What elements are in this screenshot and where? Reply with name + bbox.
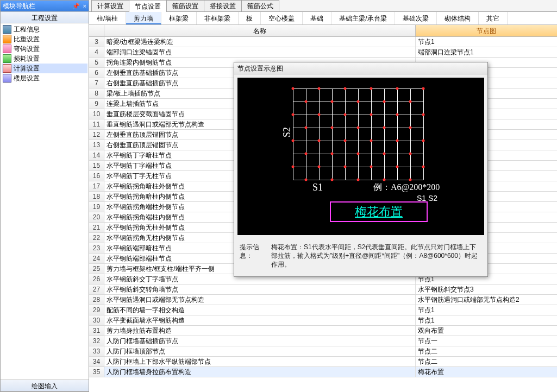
row-name-cell[interactable]: 端部洞口连梁锚固节点 [104,47,416,57]
grid-header-node[interactable]: 节点图 [416,25,557,36]
axis-s2-label: S2 [281,127,293,137]
close-icon[interactable]: × [83,1,86,11]
row-node-cell[interactable]: 水平钢筋斜交节点3 [416,284,557,294]
row-name-cell[interactable]: 水平钢筋遇洞口或端部无节点构造 [104,295,416,305]
row-number: 24 [89,254,104,263]
nav-item-icon [3,54,11,63]
nav-panel-title: 模块导航栏 📌 × [1,1,89,11]
row-name-cell[interactable]: 人防门框墙墙身拉筋布置构造 [104,367,416,377]
popup-title: 节点设置示意图 [234,62,487,74]
row-name-cell[interactable]: 人防门框墙基础插筋节点 [104,336,416,346]
tab-sub-10[interactable]: 其它 [479,12,508,24]
row-node-cell[interactable]: 水平钢筋遇洞口或端部无节点构造2 [416,295,557,305]
row-name-cell[interactable]: 配筋不同的墙一字相交构造 [104,305,416,315]
row-node-cell[interactable]: 节点1 [416,315,557,325]
tab-sub-9[interactable]: 砌体结构 [437,12,479,24]
tab-top-2[interactable]: 箍筋设置 [166,0,204,11]
pin-icon[interactable]: 📌 [72,1,80,11]
row-number: 4 [89,47,104,57]
popup-diagram-canvas: S2 S1 例：A6@200*200 S1 S2 梅花布置 [237,78,484,235]
nav-item-label: 楼层设置 [14,74,40,83]
nav-item-label: 损耗设置 [14,54,40,64]
nav-item-楼层设置[interactable]: 楼层设置 [2,73,87,83]
tab-top-1[interactable]: 节点设置 [129,1,167,12]
axis-s1-label: S1 [312,182,323,193]
tab-sub-0[interactable]: 柱/墙柱 [89,12,126,24]
tab-sub-1[interactable]: 剪力墙 [126,12,161,24]
tab-sub-3[interactable]: 非框架梁 [197,12,239,24]
grid-header: 名称 节点图 [89,25,557,37]
table-row[interactable]: 34人防门框墙上下部水平纵筋端部节点节点二 [89,357,557,367]
nav-item-icon [3,45,11,53]
tab-sub-5[interactable]: 空心楼盖 [261,12,303,24]
row-number: 18 [89,192,104,201]
tab-sub-7[interactable]: 基础主梁/承台梁 [331,12,395,24]
nav-item-计算设置[interactable]: 计算设置 [2,64,87,73]
row-number: 35 [89,367,104,377]
row-node-cell[interactable]: 节点1 [416,37,557,47]
row-name-cell[interactable]: 人防门框墙上下部水平纵筋端部节点 [104,357,416,366]
row-number: 33 [89,346,104,356]
row-number: 27 [89,284,104,294]
tab-top-0[interactable]: 计算设置 [91,0,129,11]
table-row[interactable]: 32人防门框墙基础插筋节点节点一 [89,336,557,346]
nav-item-icon [3,74,11,83]
nav-item-弯钩设置[interactable]: 弯钩设置 [2,44,87,54]
row-name-cell[interactable]: 剪力墙身拉筋布置构造 [104,326,416,336]
tab-top-3[interactable]: 搭接设置 [204,0,242,11]
nav-item-label: 比重设置 [14,35,40,44]
row-node-cell[interactable]: 端部洞口连梁节点1 [416,47,557,57]
nav-section-draw[interactable]: 绘图输入 [1,380,89,391]
row-node-cell[interactable]: 双向布置 [416,326,557,336]
tab-sub-8[interactable]: 基础次梁 [395,12,437,24]
row-number: 6 [89,68,104,78]
row-number: 31 [89,326,104,336]
row-number: 7 [89,78,104,88]
table-row[interactable]: 29配筋不同的墙一字相交构造节点1 [89,305,557,315]
row-number: 15 [89,161,104,170]
legend-text: 梅花布置 [355,204,403,220]
row-number: 23 [89,243,104,253]
hint-body: 梅花布置：S1代表水平间距，S2代表垂直间距。此节点只对门框墙上下部拉筋，输入格… [271,243,478,269]
table-row[interactable]: 4端部洞口连梁锚固节点端部洞口连梁节点1 [89,47,557,58]
nav-item-损耗设置[interactable]: 损耗设置 [2,54,87,64]
table-row[interactable]: 27水平钢筋斜交转角墙节点水平钢筋斜交节点3 [89,284,557,295]
node-diagram-popup: 节点设置示意图 S2 S1 例：A6@200*200 S1 S2 梅花布置 提示… [234,62,488,277]
row-name-cell[interactable]: 水平钢筋斜交转角墙节点 [104,284,416,294]
row-node-cell[interactable]: 梅花布置 [416,367,557,377]
table-row[interactable]: 3暗梁/边框梁遇连梁构造节点1 [89,37,557,47]
table-row[interactable]: 30水平变截面墙水平钢筋构造节点1 [89,315,557,326]
tab-sub-4[interactable]: 板 [239,12,261,24]
tab-top-4[interactable]: 箍筋公式 [241,0,279,11]
nav-section-project[interactable]: 工程设置 [1,11,89,23]
tab-sub-2[interactable]: 框架梁 [161,12,197,24]
row-number: 12 [89,130,104,140]
table-row[interactable]: 33人防门框墙顶部节点节点二 [89,346,557,357]
nav-item-label: 工程信息 [14,25,40,34]
nav-item-icon [3,35,11,43]
row-number: 20 [89,212,104,222]
row-name-cell[interactable]: 人防门框墙顶部节点 [104,346,416,356]
nav-item-label: 弯钩设置 [14,45,40,54]
row-number: 32 [89,336,104,346]
row-node-cell[interactable]: 节点一 [416,336,557,346]
row-node-cell[interactable]: 节点二 [416,346,557,356]
table-row[interactable]: 28水平钢筋遇洞口或端部无节点构造水平钢筋遇洞口或端部无节点构造2 [89,295,557,305]
nav-item-工程信息[interactable]: 工程信息 [2,24,87,34]
row-number: 11 [89,119,104,129]
row-name-cell[interactable]: 暗梁/边框梁遇连梁构造 [104,37,416,47]
row-name-cell[interactable]: 水平变截面墙水平钢筋构造 [104,315,416,325]
row-number: 5 [89,58,104,67]
row-node-cell[interactable]: 节点二 [416,357,557,366]
row-node-cell[interactable]: 节点1 [416,305,557,315]
table-row[interactable]: 35人防门框墙墙身拉筋布置构造梅花布置 [89,367,557,377]
grid-header-name[interactable]: 名称 [104,25,416,36]
row-number: 16 [89,171,104,181]
row-number: 28 [89,295,104,305]
table-row[interactable]: 31剪力墙身拉筋布置构造双向布置 [89,326,557,336]
module-nav-panel: 模块导航栏 📌 × 工程设置 工程信息比重设置弯钩设置损耗设置计算设置楼层设置 … [0,0,89,392]
nav-item-比重设置[interactable]: 比重设置 [2,34,87,44]
tab-sub-6[interactable]: 基础 [303,12,331,24]
row-number: 9 [89,99,104,109]
row-number: 13 [89,140,104,150]
